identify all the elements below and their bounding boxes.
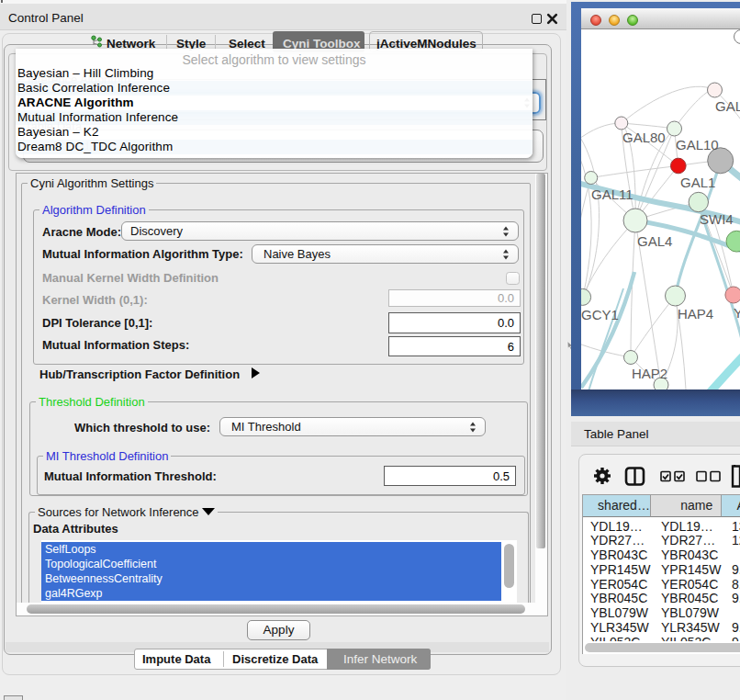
svg-text:GAL4: GAL4 — [637, 233, 672, 249]
svg-text:GAL2: GAL2 — [715, 98, 740, 114]
svg-text:GAL1: GAL1 — [680, 175, 715, 190]
svg-text:HAP4: HAP4 — [678, 306, 713, 322]
svg-text:GCY1: GCY1 — [581, 307, 619, 322]
svg-text:HAP2: HAP2 — [632, 366, 667, 381]
svg-text:SWI4: SWI4 — [700, 211, 734, 227]
svg-text:GAL10: GAL10 — [676, 137, 719, 152]
svg-text:GAL80: GAL80 — [622, 130, 666, 145]
svg-text:GAL11: GAL11 — [591, 186, 633, 202]
svg-text:Y: Y — [734, 305, 740, 321]
